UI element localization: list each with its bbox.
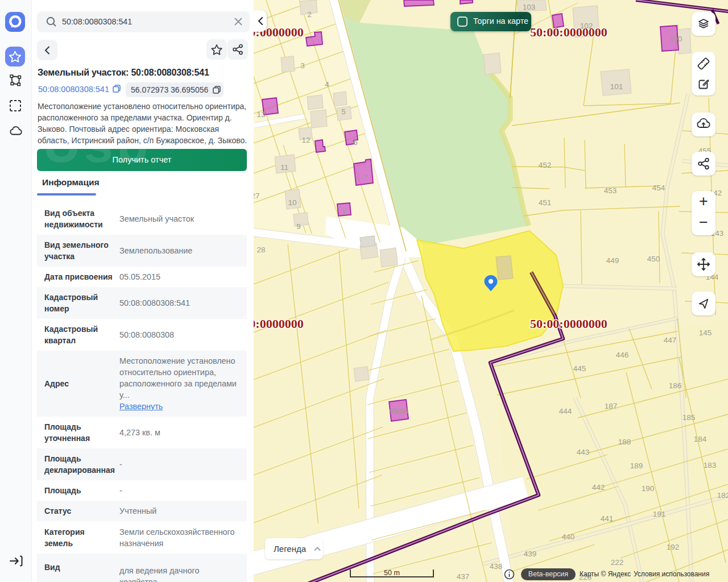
svg-text:189: 189 (630, 462, 643, 470)
svg-text:9: 9 (296, 222, 301, 231)
svg-text:50:00:0000000: 50:00:0000000 (530, 317, 607, 331)
svg-text:442: 442 (592, 483, 605, 492)
svg-text:102: 102 (580, 22, 593, 30)
svg-text:450: 450 (647, 255, 660, 263)
svg-text:444: 444 (559, 407, 572, 415)
svg-text:103: 103 (523, 3, 536, 11)
svg-text:145: 145 (699, 329, 712, 337)
svg-text:100: 100 (669, 35, 682, 43)
svg-text:50:00:0000000: 50:00:0000000 (254, 317, 304, 331)
svg-text:28: 28 (257, 246, 265, 254)
svg-text:50:00:0000000: 50:00:0000000 (530, 25, 607, 39)
svg-text:437: 437 (457, 572, 470, 581)
svg-text:184: 184 (694, 435, 707, 443)
svg-text:85/86: 85/86 (389, 407, 408, 415)
svg-text:447: 447 (664, 336, 677, 344)
svg-text:188: 188 (618, 438, 631, 446)
svg-text:439: 439 (524, 550, 537, 558)
svg-text:192: 192 (667, 543, 680, 551)
svg-text:13: 13 (257, 110, 265, 119)
svg-text:222: 222 (611, 558, 624, 567)
svg-text:3: 3 (300, 61, 305, 70)
svg-text:8: 8 (342, 208, 347, 217)
svg-text:5: 5 (341, 107, 346, 116)
svg-text:182: 182 (717, 491, 728, 500)
svg-text:183: 183 (704, 461, 717, 469)
svg-text:449: 449 (606, 256, 619, 265)
svg-text:11: 11 (280, 163, 288, 172)
svg-text:441: 441 (601, 514, 614, 523)
svg-text:446: 446 (616, 351, 629, 359)
svg-text:185: 185 (682, 413, 696, 422)
svg-text:186: 186 (669, 381, 682, 390)
svg-text:27: 27 (254, 192, 260, 200)
svg-text:191: 191 (653, 510, 666, 518)
svg-text:445: 445 (573, 364, 586, 373)
svg-text:190: 190 (642, 484, 655, 493)
svg-text:451: 451 (539, 198, 552, 207)
svg-text:4: 4 (325, 80, 329, 89)
svg-text:7: 7 (363, 173, 368, 182)
svg-text:12: 12 (301, 136, 310, 144)
svg-text:438: 438 (490, 562, 503, 571)
svg-text:6: 6 (353, 138, 358, 147)
svg-text:454: 454 (652, 184, 665, 192)
svg-text:101: 101 (610, 82, 623, 91)
svg-text:187: 187 (605, 402, 618, 410)
svg-text:453: 453 (604, 186, 617, 195)
svg-text:443: 443 (577, 448, 590, 456)
svg-text:452: 452 (539, 161, 552, 169)
svg-text:440: 440 (562, 533, 575, 541)
svg-text:10: 10 (288, 198, 296, 207)
svg-text:2: 2 (307, 10, 312, 19)
